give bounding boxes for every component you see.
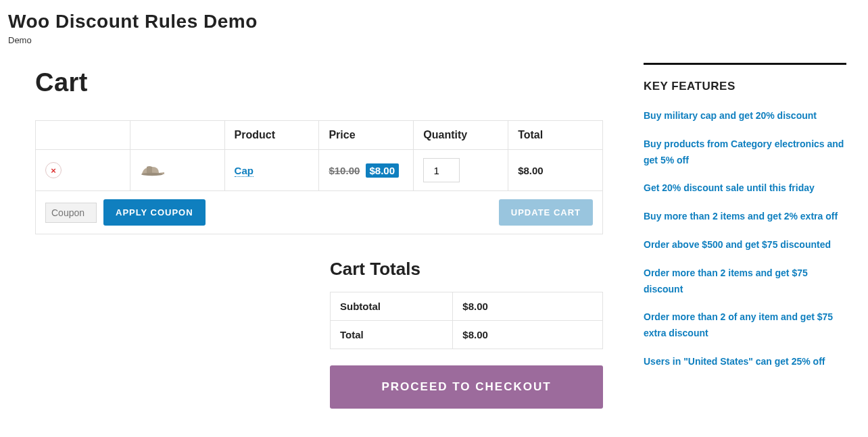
total-value: $8.00 [453,321,603,349]
page-title: Cart [35,68,603,97]
feature-item: Buy military cap and get 20% discount [644,108,846,124]
sidebar-heading: KEY FEATURES [644,80,846,93]
col-header-quantity: Quantity [414,121,508,150]
total-label: Total [331,321,453,349]
feature-link[interactable]: Get 20% discount sale until this friday [644,182,815,193]
col-header-remove [36,121,130,150]
cart-row: × Cap [36,150,603,191]
product-thumbnail[interactable] [140,161,167,178]
main-content: Cart Product Price Quantity Total × [35,49,603,409]
proceed-to-checkout-button[interactable]: PROCEED TO CHECKOUT [330,365,603,409]
feature-link[interactable]: Buy products from Category electronics a… [644,138,844,165]
totals-table: Subtotal $8.00 Total $8.00 [330,292,603,349]
feature-link[interactable]: Order above $500 and get $75 discounted [644,239,831,250]
remove-item-button[interactable]: × [45,162,62,178]
cart-actions: APPLY COUPON UPDATE CART [45,199,593,226]
feature-item: Buy products from Category electronics a… [644,136,846,169]
coupon-input[interactable] [45,203,97,223]
quantity-stepper[interactable] [423,158,460,182]
cart-table: Product Price Quantity Total × [35,120,603,234]
site-title: Woo Discount Rules Demo [8,11,860,32]
svg-point-0 [141,172,163,175]
feature-item: Buy more than 2 items and get 2% extra o… [644,209,846,225]
site-subtitle: Demo [8,35,860,45]
col-header-thumb [130,121,224,150]
close-icon: × [51,166,56,175]
apply-coupon-button[interactable]: APPLY COUPON [103,199,206,226]
cart-totals-heading: Cart Totals [330,259,603,280]
subtotal-value: $8.00 [453,292,603,321]
col-header-product: Product [224,121,319,150]
line-total: $8.00 [518,165,544,176]
price-original: $10.00 [329,165,360,176]
sidebar: KEY FEATURES Buy military cap and get 20… [644,63,846,382]
feature-item: Get 20% discount sale until this friday [644,180,846,197]
update-cart-button[interactable]: UPDATE CART [499,199,593,226]
feature-link[interactable]: Buy military cap and get 20% discount [644,110,817,121]
feature-item: Order above $500 and get $75 discounted [644,237,846,253]
subtotal-label: Subtotal [331,292,453,321]
feature-link[interactable]: Buy more than 2 items and get 2% extra o… [644,211,838,222]
product-link[interactable]: Cap [235,165,254,177]
cart-totals: Cart Totals Subtotal $8.00 Total $8.00 P… [330,259,603,409]
feature-item: Users in "United States" can get 25% off [644,354,846,370]
feature-item: Order more than 2 items and get $75 disc… [644,265,846,298]
feature-list: Buy military cap and get 20% discount Bu… [644,108,846,370]
col-header-total: Total [508,121,603,150]
feature-item: Order more than 2 of any item and get $7… [644,309,846,342]
feature-link[interactable]: Users in "United States" can get 25% off [644,356,825,367]
feature-link[interactable]: Order more than 2 items and get $75 disc… [644,267,808,294]
col-header-price: Price [319,121,414,150]
site-header: Woo Discount Rules Demo Demo [0,0,868,49]
price-discounted: $8.00 [366,163,400,178]
feature-link[interactable]: Order more than 2 of any item and get $7… [644,311,833,338]
